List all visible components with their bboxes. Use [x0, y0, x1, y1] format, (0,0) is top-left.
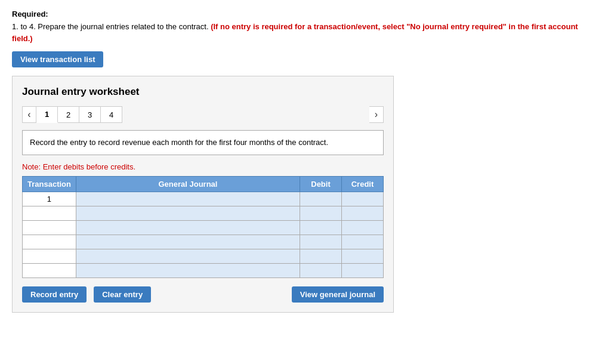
table-row [23, 206, 384, 220]
clear-entry-button[interactable]: Clear entry [94, 286, 151, 303]
col-transaction: Transaction [23, 176, 76, 192]
table-row [23, 263, 384, 277]
transaction-cell [23, 220, 76, 235]
general-journal-input[interactable] [76, 264, 300, 277]
table-row [23, 249, 384, 263]
transaction-cell [23, 235, 76, 249]
record-entry-button[interactable]: Record entry [22, 286, 87, 303]
transaction-cell [23, 206, 76, 220]
credit-input[interactable] [342, 249, 383, 263]
required-label: Required: [12, 10, 599, 18]
credit-cell[interactable] [342, 263, 384, 277]
entry-description: Record the entry to record revenue each … [22, 130, 384, 155]
debit-cell[interactable] [300, 192, 342, 206]
credit-cell[interactable] [342, 249, 384, 263]
debit-input[interactable] [300, 249, 341, 263]
view-transaction-button[interactable]: View transaction list [12, 51, 103, 67]
journal-table: Transaction General Journal Debit Credit… [22, 176, 384, 278]
view-general-journal-button[interactable]: View general journal [292, 286, 384, 303]
tab-prev-arrow[interactable]: ‹ [22, 106, 36, 123]
col-general-journal: General Journal [76, 176, 300, 192]
table-row: 1 [23, 192, 384, 206]
general-journal-input[interactable] [76, 235, 300, 249]
debit-input[interactable] [300, 192, 341, 206]
general-journal-cell[interactable] [76, 220, 300, 235]
credit-cell[interactable] [342, 192, 384, 206]
worksheet-title: Journal entry worksheet [22, 86, 384, 98]
credit-input[interactable] [342, 264, 383, 277]
general-journal-cell[interactable] [76, 206, 300, 220]
general-journal-cell[interactable] [76, 263, 300, 277]
credit-cell[interactable] [342, 206, 384, 220]
worksheet-container: Journal entry worksheet ‹ 1 2 3 4 › Reco… [12, 76, 394, 313]
table-row [23, 235, 384, 249]
credit-input[interactable] [342, 221, 383, 235]
general-journal-input[interactable] [76, 221, 300, 235]
debit-cell[interactable] [300, 263, 342, 277]
transaction-cell: 1 [23, 192, 76, 206]
table-row [23, 220, 384, 235]
tab-4[interactable]: 4 [101, 106, 122, 123]
credit-input[interactable] [342, 192, 383, 206]
debit-input[interactable] [300, 235, 341, 249]
general-journal-input[interactable] [76, 206, 300, 220]
tab-2[interactable]: 2 [58, 106, 79, 123]
debit-cell[interactable] [300, 235, 342, 249]
credit-cell[interactable] [342, 235, 384, 249]
instruction: 1. to 4. Prepare the journal entries rel… [12, 21, 599, 44]
tab-1[interactable]: 1 [36, 106, 58, 123]
note-text: Note: Enter debits before credits. [22, 162, 384, 171]
credit-cell[interactable] [342, 220, 384, 235]
col-debit: Debit [300, 176, 342, 192]
debit-input[interactable] [300, 221, 341, 235]
button-row: Record entry Clear entry View general jo… [22, 286, 384, 303]
debit-cell[interactable] [300, 249, 342, 263]
credit-input[interactable] [342, 235, 383, 249]
general-journal-input[interactable] [76, 249, 300, 263]
transaction-cell [23, 263, 76, 277]
transaction-cell [23, 249, 76, 263]
debit-input[interactable] [300, 264, 341, 277]
general-journal-input[interactable] [76, 192, 300, 206]
general-journal-cell[interactable] [76, 192, 300, 206]
tab-next-arrow[interactable]: › [369, 106, 384, 123]
instruction-text: 1. to 4. Prepare the journal entries rel… [12, 22, 209, 31]
tab-3[interactable]: 3 [79, 106, 101, 123]
debit-cell[interactable] [300, 206, 342, 220]
tab-navigation: ‹ 1 2 3 4 › [22, 106, 384, 123]
credit-input[interactable] [342, 206, 383, 220]
debit-cell[interactable] [300, 220, 342, 235]
debit-input[interactable] [300, 206, 341, 220]
col-credit: Credit [342, 176, 384, 192]
general-journal-cell[interactable] [76, 249, 300, 263]
general-journal-cell[interactable] [76, 235, 300, 249]
